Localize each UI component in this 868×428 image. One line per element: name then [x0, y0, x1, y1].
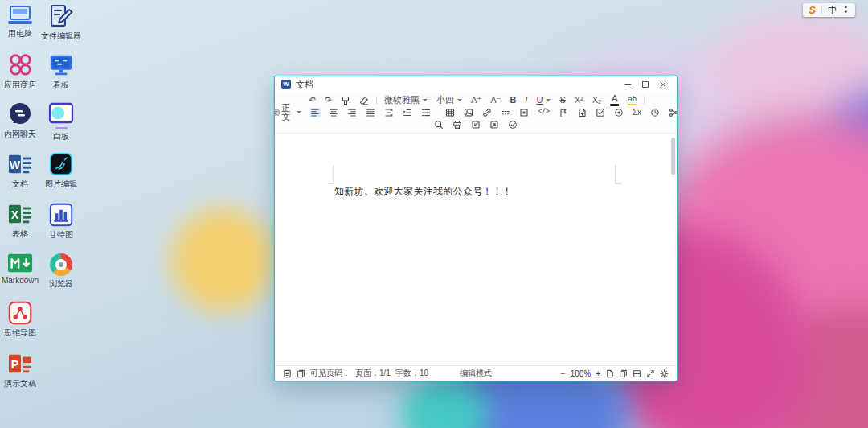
desktop-icon-presentation[interactable]: P 演示文稿 — [0, 352, 43, 389]
minimize-button[interactable] — [620, 79, 635, 91]
underline-button[interactable]: U — [534, 96, 552, 105]
font-color-button[interactable]: A — [608, 94, 620, 106]
indent-button[interactable] — [401, 108, 414, 117]
record-button[interactable] — [612, 108, 625, 117]
font-name-select[interactable]: 微软雅黑 — [383, 96, 429, 105]
desktop-icon-image-editor[interactable]: 图片编辑 — [38, 152, 84, 190]
redo-button[interactable]: ↷ — [323, 96, 334, 105]
desktop-icon-gantt-chart[interactable]: 甘特图 — [38, 203, 84, 241]
page-view-button[interactable] — [297, 369, 305, 378]
fullscreen-button[interactable] — [646, 369, 655, 378]
grid-view-button[interactable] — [633, 369, 641, 378]
desktop-icon-whiteboard[interactable]: 白板 — [38, 102, 84, 142]
align-right-button[interactable] — [346, 108, 358, 117]
ime-logo-icon[interactable]: S — [809, 5, 816, 15]
toolbar: ↶ ↷ 微软雅黑 小四 A⁺ A⁻ B I U S X² X₂ A ab — [275, 93, 677, 134]
desktop-icon-file-editor[interactable]: 文件编辑器 — [38, 4, 84, 42]
vertical-scrollbar[interactable] — [671, 138, 675, 175]
title-bar[interactable]: W 文档 — [275, 76, 677, 93]
new-page-icon — [577, 108, 587, 117]
desktop-icon-label: 甘特图 — [49, 229, 73, 241]
maximize-button[interactable] — [638, 79, 653, 91]
check-circle-icon — [508, 120, 518, 130]
ime-tools-icon[interactable] — [842, 3, 850, 18]
align-justify-button[interactable] — [364, 108, 377, 117]
strikethrough-button[interactable]: S — [558, 96, 567, 105]
align-center-button[interactable] — [327, 108, 340, 117]
grid-view-icon — [633, 369, 641, 378]
superscript-button[interactable]: X² — [573, 96, 585, 105]
desktop-icon-mindmap[interactable]: 思维导图 — [0, 301, 43, 339]
font-size-select[interactable]: 小四 — [435, 96, 464, 105]
outline-view-button[interactable] — [283, 369, 292, 378]
desktop-icon-spreadsheet[interactable]: X 表格 — [0, 202, 43, 240]
highlight-color-swatch — [628, 104, 637, 106]
insert-divider-button[interactable] — [499, 108, 512, 117]
ordered-list-button[interactable] — [420, 108, 432, 117]
toolbar-row-1: ↶ ↷ 微软雅黑 小四 A⁺ A⁻ B I U S X² X₂ A ab — [275, 94, 677, 106]
insert-checkbox-button[interactable] — [594, 108, 607, 117]
word-app-icon: W — [281, 80, 291, 89]
whiteboard-accent — [55, 127, 68, 129]
align-left-button[interactable] — [309, 108, 321, 117]
ime-language-mode[interactable]: 中 — [828, 6, 837, 14]
desktop-icon-app-store[interactable]: 应用商店 — [0, 51, 43, 91]
insert-bookmark-button[interactable] — [557, 108, 570, 117]
increase-font-button[interactable]: A⁺ — [469, 96, 483, 105]
subscript-button[interactable]: X₂ — [591, 96, 604, 105]
fit-width-icon — [619, 369, 628, 378]
undo-button[interactable]: ↶ — [307, 96, 317, 105]
import-button[interactable] — [469, 120, 482, 130]
settings-button[interactable] — [660, 369, 669, 378]
maximize-icon — [642, 81, 649, 88]
insert-table-button[interactable] — [444, 108, 457, 117]
zoom-level: 100% — [571, 369, 592, 378]
desktop-icon-intranet-chat[interactable]: 内网聊天 — [0, 102, 43, 140]
toolbar-separator — [376, 96, 377, 105]
desktop-icon-label: 浏览器 — [49, 278, 73, 290]
paragraph-style-select[interactable]: 正文 — [274, 104, 303, 121]
check-circle-button[interactable] — [506, 120, 519, 130]
app-store-icon — [7, 51, 33, 77]
document-canvas[interactable]: 知新坊。欢迎大家关注我的公众号！！！ — [275, 134, 677, 365]
export-button[interactable] — [488, 120, 501, 130]
close-button[interactable] — [656, 79, 670, 91]
format-painter-button[interactable] — [339, 96, 352, 105]
insert-code-button[interactable]: </> — [536, 109, 551, 116]
zoom-out-button[interactable]: − — [561, 369, 566, 378]
desktop-icon-markdown[interactable]: Markdown — [0, 253, 43, 285]
print-button[interactable] — [451, 120, 464, 130]
page-count: 页面：1/1 — [355, 368, 391, 379]
desktop-icon-computer[interactable]: 用电脑 — [0, 5, 43, 39]
insert-page-button[interactable] — [575, 108, 588, 117]
desktop-icon-browser[interactable]: 浏览器 — [38, 253, 84, 290]
history-button[interactable] — [649, 108, 661, 117]
fit-width-button[interactable] — [619, 369, 628, 378]
search-button[interactable] — [432, 120, 445, 130]
fit-page-button[interactable] — [605, 369, 614, 378]
clock-icon — [650, 108, 660, 117]
chevron-down-icon — [546, 99, 551, 101]
document-text[interactable]: 知新坊。欢迎大家关注我的公众号！！！ — [334, 185, 512, 199]
insert-formula-button[interactable]: Σx — [631, 109, 643, 117]
decrease-font-button[interactable]: A⁻ — [489, 96, 502, 105]
italic-button[interactable]: I — [523, 96, 529, 105]
desktop-icon-kanban[interactable]: 看板 — [38, 53, 84, 91]
highlight-button[interactable]: ab — [626, 95, 638, 105]
ime-toolbar[interactable]: S 中 — [803, 3, 855, 17]
zoom-in-button[interactable]: + — [596, 369, 600, 378]
clear-format-button[interactable] — [358, 96, 371, 105]
ime-divider — [821, 6, 822, 14]
share-graph-icon — [669, 108, 678, 117]
excel-icon: X — [7, 202, 33, 226]
bold-button[interactable]: B — [508, 96, 518, 105]
insert-block-button[interactable] — [518, 108, 530, 117]
line-spacing-button[interactable] — [383, 108, 395, 117]
document-window: W 文档 ↶ ↷ 微软雅黑 小四 A⁺ A⁻ B I U — [274, 76, 678, 381]
desktop-icon-label: 看板 — [53, 80, 69, 91]
share-button[interactable] — [667, 108, 678, 117]
chevron-down-icon — [297, 111, 301, 113]
insert-link-button[interactable] — [481, 108, 493, 117]
insert-image-button[interactable] — [462, 108, 475, 117]
desktop-icon-document[interactable]: W 文档 — [0, 152, 43, 190]
